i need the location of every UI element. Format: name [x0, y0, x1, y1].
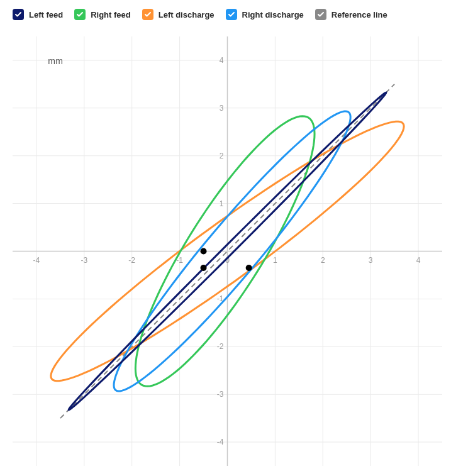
- svg-text:2: 2: [220, 152, 224, 160]
- svg-text:1: 1: [273, 256, 277, 265]
- chart-plot: -4-3-2-101234-4-3-2-11234mm: [13, 35, 442, 467]
- svg-text:-3: -3: [217, 390, 224, 399]
- legend-item-left-discharge[interactable]: Left discharge: [142, 9, 214, 20]
- checkbox-icon: [74, 9, 86, 20]
- svg-text:-3: -3: [81, 256, 87, 265]
- svg-text:3: 3: [369, 256, 373, 265]
- legend-item-right-feed[interactable]: Right feed: [74, 9, 131, 20]
- legend-label: Right discharge: [242, 10, 304, 19]
- svg-text:2: 2: [321, 256, 325, 265]
- svg-text:-4: -4: [33, 256, 40, 265]
- marker-2: [246, 265, 252, 271]
- svg-text:4: 4: [220, 56, 224, 65]
- checkbox-icon: [13, 9, 24, 20]
- svg-text:1: 1: [220, 199, 224, 208]
- legend-item-left-feed[interactable]: Left feed: [13, 9, 63, 20]
- legend-label: Left discharge: [159, 10, 214, 19]
- checkbox-icon: [142, 9, 153, 20]
- legend-label: Right feed: [91, 10, 131, 19]
- legend-item-reference-line[interactable]: Reference line: [315, 9, 387, 20]
- svg-text:3: 3: [220, 104, 224, 113]
- legend: Left feed Right feed Left discharge Righ…: [0, 0, 451, 25]
- svg-text:-2: -2: [128, 256, 135, 265]
- svg-text:-4: -4: [217, 438, 224, 446]
- marker-0: [201, 248, 207, 254]
- checkbox-icon: [226, 9, 237, 20]
- unit-label: mm: [48, 56, 63, 66]
- checkbox-icon: [315, 9, 326, 20]
- svg-text:4: 4: [416, 256, 421, 265]
- legend-item-right-discharge[interactable]: Right discharge: [226, 9, 304, 20]
- legend-label: Reference line: [331, 10, 387, 19]
- marker-1: [201, 265, 207, 271]
- legend-label: Left feed: [29, 10, 63, 19]
- svg-text:-2: -2: [217, 342, 224, 351]
